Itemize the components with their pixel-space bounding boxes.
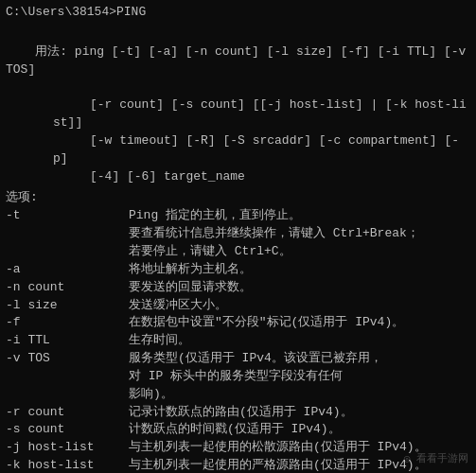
usage-line2: [-r count] [-s count] [[-j host-list] | … xyxy=(6,96,470,132)
option-row-1: -a将地址解析为主机名。 xyxy=(6,261,470,279)
option-desc-3: 发送缓冲区大小。 xyxy=(129,297,470,315)
option-extra-6-0: 对 IP 标头中的服务类型字段没有任何 xyxy=(6,368,470,386)
usage-label: 用法: ping [-t] [-a] [-n count] [-l size] … xyxy=(6,26,470,96)
option-row-6: -v TOS服务类型(仅适用于 IPv4。该设置已被弃用， xyxy=(6,350,470,368)
option-desc-7: 记录计数跃点的路由(仅适用于 IPv4)。 xyxy=(129,404,470,422)
option-desc-8: 计数跃点的时间戳(仅适用于 IPv4)。 xyxy=(129,421,470,439)
option-flag-6: -v TOS xyxy=(6,350,129,368)
option-row-4: -f在数据包中设置"不分段"标记(仅适用于 IPv4)。 xyxy=(6,314,470,332)
option-flag-2: -n count xyxy=(6,279,129,297)
option-desc-5: 生存时间。 xyxy=(129,332,470,350)
option-flag-5: -i TTL xyxy=(6,332,129,350)
option-desc-1: 将地址解析为主机名。 xyxy=(129,261,470,279)
option-row-7: -r count记录计数跃点的路由(仅适用于 IPv4)。 xyxy=(6,404,470,422)
option-desc-0: Ping 指定的主机，直到停止。 xyxy=(129,207,470,225)
option-flag-8: -s count xyxy=(6,421,129,439)
option-row-0: -tPing 指定的主机，直到停止。 xyxy=(6,207,470,225)
option-flag-4: -f xyxy=(6,314,129,332)
option-row-10: -k host-list与主机列表一起使用的严格源路由(仅适用于 IPv4)。 xyxy=(6,457,470,473)
option-flag-10: -k host-list xyxy=(6,457,129,473)
option-extra-0-0: 要查看统计信息并继续操作，请键入 Ctrl+Break； xyxy=(6,225,470,243)
option-flag-3: -l size xyxy=(6,297,129,315)
option-extra-0-1: 若要停止，请键入 Ctrl+C。 xyxy=(6,243,470,261)
option-row-2: -n count要发送的回显请求数。 xyxy=(6,279,470,297)
option-row-8: -s count计数跃点的时间戳(仅适用于 IPv4)。 xyxy=(6,421,470,439)
watermark: ◎ 看看手游网 xyxy=(404,451,468,465)
option-desc-2: 要发送的回显请求数。 xyxy=(129,279,470,297)
option-flag-0: -t xyxy=(6,207,129,225)
title-line: C:\Users\38154>PING xyxy=(6,4,470,22)
option-row-9: -j host-list与主机列表一起使用的松散源路由(仅适用于 IPv4)。 xyxy=(6,439,470,457)
option-extra-6-1: 影响)。 xyxy=(6,386,470,404)
option-desc-4: 在数据包中设置"不分段"标记(仅适用于 IPv4)。 xyxy=(129,314,470,332)
usage-line3: [-w timeout] [-R] [-S srcaddr] [-c compa… xyxy=(6,132,470,168)
option-row-3: -l size发送缓冲区大小。 xyxy=(6,297,470,315)
option-row-5: -i TTL生存时间。 xyxy=(6,332,470,350)
terminal-window: C:\Users\38154>PING 用法: ping [-t] [-a] [… xyxy=(0,0,476,473)
options-label: 选项: xyxy=(6,189,470,207)
option-desc-6: 服务类型(仅适用于 IPv4。该设置已被弃用， xyxy=(129,350,470,368)
options-list: -tPing 指定的主机，直到停止。要查看统计信息并继续操作，请键入 Ctrl+… xyxy=(6,207,470,473)
option-flag-9: -j host-list xyxy=(6,439,129,457)
option-flag-1: -a xyxy=(6,261,129,279)
usage-line4: [-4] [-6] target_name xyxy=(6,168,470,186)
option-flag-7: -r count xyxy=(6,404,129,422)
